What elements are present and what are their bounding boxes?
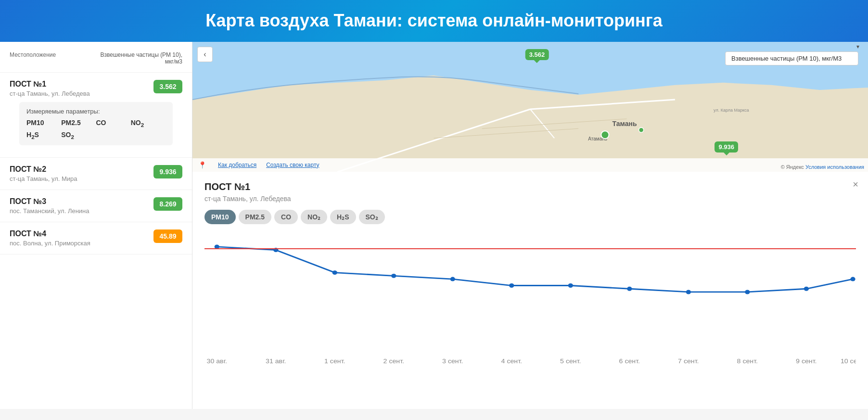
- station-1-name: ПОСТ №1: [10, 80, 90, 89]
- svg-text:8 сент.: 8 сент.: [737, 357, 758, 364]
- param-h2s: H2S: [26, 131, 61, 140]
- detail-close-button[interactable]: ×: [853, 179, 858, 190]
- svg-text:7 сент.: 7 сент.: [678, 357, 699, 364]
- marker-2-value: 9.936: [718, 143, 734, 151]
- svg-point-11: [639, 127, 644, 132]
- svg-point-15: [391, 274, 396, 278]
- station-row-2: ПОСТ №2 ст-ца Тамань, ул. Мира 9.936: [10, 165, 182, 182]
- param-so2: SO2: [61, 131, 96, 140]
- sidebar: Местоположение Взвешенные частицы (РМ 10…: [0, 42, 192, 409]
- svg-point-16: [450, 277, 455, 281]
- svg-text:9 сент.: 9 сент.: [796, 357, 817, 364]
- svg-point-10: [601, 131, 609, 139]
- svg-text:Тамань: Тамань: [612, 120, 637, 127]
- station-3-name: ПОСТ №3: [10, 197, 89, 206]
- svg-point-17: [509, 283, 514, 288]
- map-copyright: © Яндекс Условия использования: [777, 162, 868, 172]
- station-2-info: ПОСТ №2 ст-ца Тамань, ул. Мира: [10, 165, 77, 182]
- chart-area: 30 авг. 31 авг. 1 сент. 2 сент. 3 сент. …: [204, 234, 856, 369]
- params-box-1: Измеряемые параметры: PM10 PM2.5 CO NO2 …: [19, 102, 173, 146]
- svg-point-23: [850, 277, 855, 281]
- param-no2: NO2: [131, 119, 166, 128]
- station-item-2[interactable]: ПОСТ №2 ст-ца Тамань, ул. Мира 9.936: [0, 158, 192, 190]
- page-title: Карта воздуха Тамани: система онлайн-мон…: [19, 10, 849, 32]
- station-row-1: ПОСТ №1 ст-ца Тамань, ул. Лебедева 3.562: [10, 80, 182, 97]
- map-marker-2[interactable]: 9.936: [715, 141, 738, 153]
- marker-1-value: 3.562: [529, 51, 545, 58]
- detail-title: ПОСТ №1: [204, 181, 856, 192]
- sidebar-col2-label: Взвешенные частицы (РМ 10), мкг/м3: [96, 51, 182, 65]
- main-layout: Местоположение Взвешенные частицы (РМ 10…: [0, 42, 868, 409]
- tab-no2[interactable]: NO₂: [301, 210, 327, 224]
- svg-point-20: [686, 290, 691, 294]
- params-label: Измеряемые параметры:: [26, 108, 166, 115]
- svg-text:30 авг.: 30 авг.: [207, 357, 227, 364]
- svg-text:10 сент.: 10 сент.: [841, 357, 856, 364]
- page-header: Карта воздуха Тамани: система онлайн-мон…: [0, 0, 868, 42]
- yandex-terms-link[interactable]: Условия использования: [805, 164, 864, 170]
- map-marker-1[interactable]: 3.562: [525, 49, 549, 60]
- params-grid: PM10 PM2.5 CO NO2 H2S SO2: [26, 119, 166, 140]
- station-4-info: ПОСТ №4 пос. Волна, ул. Приморская: [10, 229, 90, 247]
- detail-address: ст-ца Тамань, ул. Лебедева: [204, 195, 856, 203]
- station-item-4[interactable]: ПОСТ №4 пос. Волна, ул. Приморская 45.89: [0, 222, 192, 255]
- svg-text:5 сент.: 5 сент.: [560, 357, 581, 364]
- param-co: CO: [96, 119, 131, 128]
- station-row-3: ПОСТ №3 пос. Таманский, ул. Ленина 8.269: [10, 197, 182, 215]
- map-controls: ‹: [197, 47, 213, 62]
- station-3-badge: 8.269: [153, 197, 182, 211]
- tab-pm25[interactable]: PM2.5: [239, 210, 271, 224]
- right-panel: Тамань ул. Карла Маркса Атамань ‹ Взвеше…: [192, 42, 868, 409]
- tab-pm10[interactable]: PM10: [204, 210, 236, 224]
- station-2-badge: 9.936: [153, 165, 182, 178]
- station-item-3[interactable]: ПОСТ №3 пос. Таманский, ул. Ленина 8.269: [0, 190, 192, 222]
- svg-point-18: [568, 283, 573, 288]
- map-area: Тамань ул. Карла Маркса Атамань ‹ Взвеше…: [192, 42, 868, 172]
- svg-text:ул. Карла Маркса: ул. Карла Маркса: [714, 108, 750, 113]
- svg-text:4 сент.: 4 сент.: [501, 357, 522, 364]
- sidebar-header: Местоположение Взвешенные частицы (РМ 10…: [0, 47, 192, 73]
- copyright-text: © Яндекс: [781, 164, 805, 170]
- svg-point-14: [332, 270, 337, 275]
- map-info-bar: 📍 Как добраться Создать свою карту: [192, 158, 868, 172]
- chart-threshold-line: [204, 248, 856, 249]
- tab-so2[interactable]: SO₂: [359, 210, 385, 224]
- param-pm10: PM10: [26, 119, 61, 128]
- station-1-addr: ст-ца Тамань, ул. Лебедева: [10, 90, 90, 97]
- tab-co[interactable]: CO: [274, 210, 298, 224]
- svg-point-22: [804, 287, 809, 291]
- station-2-addr: ст-ца Тамань, ул. Мира: [10, 175, 77, 182]
- svg-text:3 сент.: 3 сент.: [442, 357, 463, 364]
- svg-text:1 сент.: 1 сент.: [324, 357, 345, 364]
- pm10-chart: 30 авг. 31 авг. 1 сент. 2 сент. 3 сент. …: [204, 234, 856, 369]
- station-row-4: ПОСТ №4 пос. Волна, ул. Приморская 45.89: [10, 229, 182, 247]
- station-2-name: ПОСТ №2: [10, 165, 77, 174]
- sidebar-col1-label: Местоположение: [10, 51, 56, 58]
- station-4-name: ПОСТ №4: [10, 229, 90, 238]
- station-1-badge: 3.562: [153, 80, 182, 93]
- detail-panel: × ПОСТ №1 ст-ца Тамань, ул. Лебедева PM1…: [192, 172, 868, 409]
- create-map-link[interactable]: Создать свою карту: [266, 162, 319, 168]
- station-item-1[interactable]: ПОСТ №1 ст-ца Тамань, ул. Лебедева 3.562…: [0, 73, 192, 158]
- svg-text:2 сент.: 2 сент.: [383, 357, 404, 364]
- station-4-badge: 45.89: [153, 229, 182, 243]
- map-dropdown[interactable]: Взвешенные частицы (РМ 10), мкг/М3 Взвеш…: [725, 51, 858, 65]
- map-back-button[interactable]: ‹: [197, 47, 213, 62]
- svg-text:31 авг.: 31 авг.: [266, 357, 286, 364]
- directions-link[interactable]: Как добраться: [218, 162, 256, 168]
- station-3-info: ПОСТ №3 пос. Таманский, ул. Ленина: [10, 197, 89, 215]
- svg-point-21: [745, 290, 750, 294]
- svg-text:6 сент.: 6 сент.: [619, 357, 640, 364]
- map-pin-icon: 📍: [198, 161, 206, 169]
- param-pm25: PM2.5: [61, 119, 96, 128]
- parameter-tabs: PM10 PM2.5 CO NO₂ H₂S SO₂: [204, 210, 856, 224]
- station-4-addr: пос. Волна, ул. Приморская: [10, 240, 90, 247]
- station-3-addr: пос. Таманский, ул. Ленина: [10, 207, 89, 215]
- svg-point-19: [627, 287, 632, 291]
- tab-h2s[interactable]: H₂S: [330, 210, 356, 224]
- station-1-info: ПОСТ №1 ст-ца Тамань, ул. Лебедева: [10, 80, 90, 97]
